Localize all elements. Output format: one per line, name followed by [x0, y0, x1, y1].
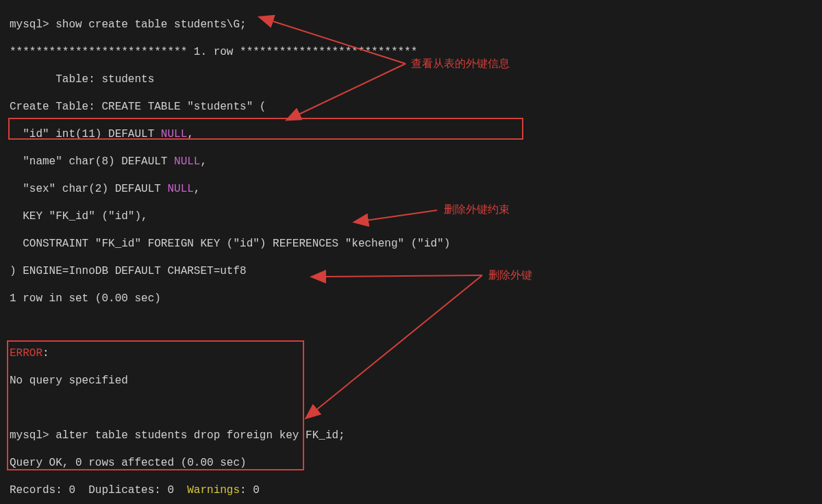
row-separator: *************************** 1. row *****… [10, 45, 815, 59]
null-keyword: NULL [167, 183, 193, 195]
blank [10, 401, 815, 415]
create-table-line: Create Table: CREATE TABLE "students" ( [10, 100, 815, 114]
error-keyword: ERROR [10, 347, 42, 360]
records-line: Records: 0 Duplicates: 0 Warnings: 0 [10, 483, 815, 497]
terminal-output: mysql> show create table students\G; ***… [0, 0, 822, 504]
constraint-line: CONSTRAINT "FK_id" FOREIGN KEY ("id") RE… [10, 237, 815, 251]
query-ok: Query OK, 0 rows affected (0.00 sec) [10, 456, 815, 470]
key-line: KEY "FK_id" ("id"), [10, 210, 815, 223]
col-sex: "sex" char(2) DEFAULT NULL, [10, 182, 815, 196]
null-keyword: NULL [161, 128, 187, 140]
error-msg: No query specified [10, 374, 815, 388]
cmd-drop-fk: mysql> alter table students drop foreign… [10, 429, 815, 442]
col-name: "name" char(8) DEFAULT NULL, [10, 155, 815, 168]
engine-line: ) ENGINE=InnoDB DEFAULT CHARSET=utf8 [10, 264, 815, 278]
cmd-show-create-1: mysql> show create table students\G; [10, 18, 815, 32]
error-line: ERROR: [10, 346, 815, 360]
warnings-keyword: Warnings [187, 484, 240, 496]
blank [10, 319, 815, 333]
col-id: "id" int(11) DEFAULT NULL, [10, 127, 815, 141]
table-name: Table: students [10, 73, 815, 86]
null-keyword: NULL [174, 155, 200, 168]
rows-in-set: 1 row in set (0.00 sec) [10, 292, 815, 305]
